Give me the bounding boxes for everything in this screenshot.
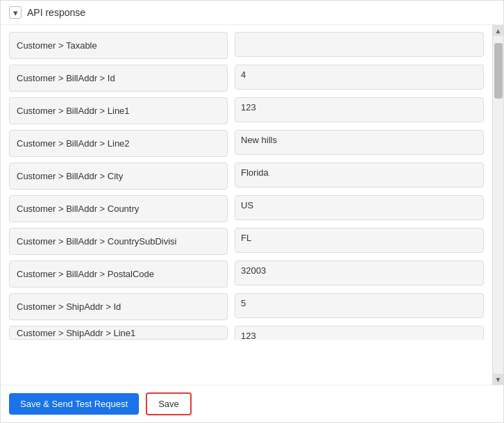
- field-label: Customer > ShipAddr > Id: [9, 293, 228, 320]
- header: ▾ API response: [1, 1, 503, 25]
- field-value-wrapper: [235, 195, 484, 222]
- field-value-input[interactable]: [235, 97, 484, 122]
- table-row: Customer > BillAddr > Line2: [9, 130, 484, 157]
- field-value-wrapper: [235, 97, 484, 124]
- field-value-input[interactable]: [235, 293, 484, 318]
- field-value-input[interactable]: [235, 260, 484, 285]
- field-value-input[interactable]: [235, 195, 484, 220]
- field-value-input[interactable]: [235, 130, 484, 155]
- fields-area: Customer > TaxableCustomer > BillAddr > …: [1, 25, 492, 385]
- field-value-wrapper: [235, 260, 484, 288]
- field-value-wrapper: [235, 228, 484, 255]
- field-value-input[interactable]: [235, 65, 484, 90]
- field-value-input[interactable]: [235, 32, 484, 57]
- field-label: Customer > BillAddr > City: [9, 163, 228, 190]
- scroll-thumb[interactable]: [494, 43, 503, 99]
- table-row: Customer > BillAddr > City: [9, 163, 484, 190]
- field-label: Customer > BillAddr > Line2: [9, 130, 228, 157]
- field-label: Customer > BillAddr > Line1: [9, 97, 228, 124]
- field-label: Customer > BillAddr > Country: [9, 195, 228, 222]
- collapse-icon[interactable]: ▾: [9, 6, 22, 19]
- field-label: Customer > BillAddr > CountrySubDivisi: [9, 228, 228, 255]
- field-value-wrapper: [235, 32, 484, 59]
- save-button[interactable]: Save: [146, 392, 192, 415]
- table-row: Customer > Taxable: [9, 32, 484, 59]
- scroll-down-arrow[interactable]: ▼: [493, 374, 504, 385]
- table-row: Customer > ShipAddr > Line1: [9, 326, 484, 340]
- table-row: Customer > BillAddr > PostalCode: [9, 260, 484, 288]
- field-value-input[interactable]: [235, 326, 484, 340]
- field-value-wrapper: [235, 163, 484, 190]
- field-value-wrapper: [235, 65, 484, 92]
- field-label: Customer > ShipAddr > Line1: [9, 326, 228, 340]
- scrollbar[interactable]: ▲ ▼: [492, 25, 503, 385]
- table-row: Customer > BillAddr > Country: [9, 195, 484, 222]
- scroll-up-arrow[interactable]: ▲: [493, 25, 504, 36]
- table-row: Customer > BillAddr > CountrySubDivisi: [9, 228, 484, 255]
- scroll-track: [493, 36, 503, 374]
- field-label: Customer > Taxable: [9, 32, 228, 59]
- field-value-wrapper: [235, 293, 484, 320]
- content-area: Customer > TaxableCustomer > BillAddr > …: [1, 25, 503, 385]
- save-send-button[interactable]: Save & Send Test Request: [9, 393, 139, 415]
- field-value-wrapper: [235, 326, 484, 340]
- field-label: Customer > BillAddr > PostalCode: [9, 260, 228, 288]
- field-value-input[interactable]: [235, 163, 484, 188]
- footer: Save & Send Test Request Save: [1, 385, 503, 422]
- table-row: Customer > ShipAddr > Id: [9, 293, 484, 320]
- table-row: Customer > BillAddr > Id: [9, 65, 484, 92]
- field-label: Customer > BillAddr > Id: [9, 65, 228, 92]
- header-title: API response: [27, 7, 85, 18]
- field-value-input[interactable]: [235, 228, 484, 253]
- table-row: Customer > BillAddr > Line1: [9, 97, 484, 124]
- main-container: ▾ API response Customer > TaxableCustome…: [0, 0, 504, 423]
- field-value-wrapper: [235, 130, 484, 157]
